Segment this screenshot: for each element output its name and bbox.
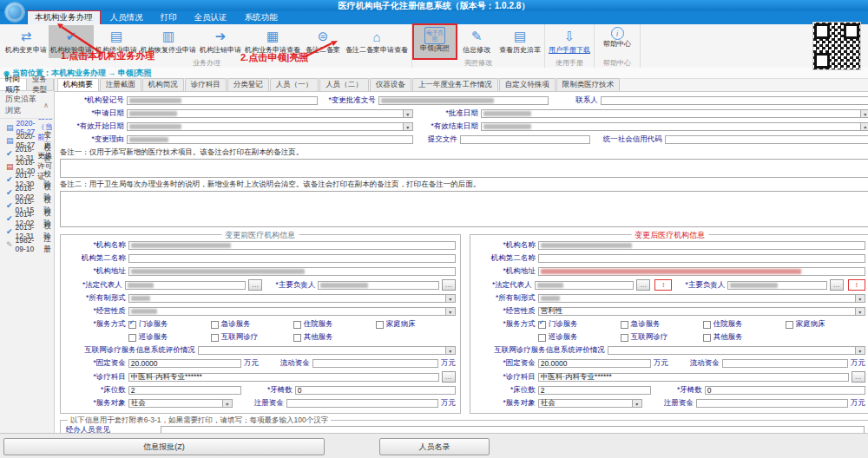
before-service-mode-checkbox[interactable]: 巡诊服务 — [128, 332, 208, 343]
collapse-chevron-icon[interactable]: ∧ — [43, 101, 49, 109]
after-clinic-subjects-picker-button[interactable]: … — [852, 371, 865, 383]
before-internet-info-combo[interactable]: ▾ — [198, 346, 456, 355]
menu-item-system[interactable]: 系统功能 — [238, 11, 285, 24]
before-fixed-fund-input[interactable]: 20.0000 — [128, 359, 241, 368]
history-item[interactable]: ✎1982-09-10注册 — [0, 238, 54, 251]
form-tab-9[interactable]: 自定义特殊项 — [499, 78, 556, 91]
after-service-mode-checkbox[interactable]: ✔门诊服务 — [538, 319, 618, 330]
before-second-name-input[interactable] — [128, 254, 456, 263]
before-service-mode-checkbox[interactable]: 互联网诊疗 — [211, 332, 291, 343]
after-second-name-input[interactable] — [538, 254, 865, 263]
chevron-down-icon[interactable]: ▾ — [855, 295, 865, 302]
before-principal-input[interactable] — [318, 281, 439, 290]
ribbon-item-change-apply[interactable]: ⇄机构变更申请 — [3, 25, 49, 58]
form-tab-0[interactable]: 机构摘要 — [57, 78, 99, 91]
chevron-down-icon[interactable]: ▾ — [855, 308, 865, 315]
note2-textarea[interactable] — [60, 191, 868, 227]
before-clinic-subjects-picker-button[interactable]: … — [442, 371, 456, 383]
ribbon-item-help-center[interactable]: i帮助中心 — [596, 25, 638, 58]
sidebar-tab-business-type[interactable]: 业务类型 — [27, 79, 54, 90]
after-service-mode-checkbox[interactable]: 其他服务 — [703, 332, 783, 343]
after-principal-change-button[interactable]: ↕ — [848, 279, 865, 291]
after-service-target-combo[interactable]: 社会▾ — [538, 399, 642, 408]
before-ownership-combo[interactable]: ▾ — [128, 294, 456, 303]
menu-item-print[interactable]: 打印 — [154, 11, 184, 24]
before-legal-rep-input[interactable] — [125, 281, 247, 290]
chevron-down-icon[interactable]: ▾ — [860, 123, 868, 130]
after-service-mode-checkbox[interactable]: 互联网诊疗 — [621, 332, 700, 343]
after-ownership-combo[interactable]: ▾ — [538, 294, 865, 303]
form-tab-8[interactable]: 上一年度业务工作情况 — [412, 78, 498, 91]
after-service-mode-checkbox[interactable]: 急诊服务 — [621, 319, 700, 330]
reg-no-input[interactable] — [127, 96, 318, 105]
form-tab-7[interactable]: 仪器设备 — [370, 78, 411, 91]
note1-textarea[interactable] — [60, 159, 868, 178]
valid-end-combo[interactable]: ▾ — [481, 122, 868, 131]
chevron-down-icon[interactable]: ▾ — [855, 347, 865, 354]
apply-date-combo[interactable]: ▾ — [127, 109, 413, 118]
after-operation-nature-combo[interactable]: 营利性▾ — [538, 307, 865, 316]
after-dental-chairs-input[interactable]: 0 — [705, 386, 865, 395]
ribbon-item-manual-download[interactable]: ⇩用户手册下载 — [547, 25, 592, 58]
menu-item-org-business[interactable]: 本机构业务办理 — [28, 11, 100, 24]
after-service-mode-checkbox[interactable]: 家庭病床 — [786, 319, 865, 330]
chevron-down-icon[interactable]: ▾ — [222, 400, 232, 407]
after-fixed-fund-input[interactable]: 20.0000 — [538, 359, 651, 368]
valid-start-combo[interactable]: ▾ — [127, 122, 413, 131]
form-tab-2[interactable]: 机构简况 — [142, 78, 184, 91]
form-tab-4[interactable]: 分类登记 — [227, 78, 269, 91]
menu-item-personnel[interactable]: 人员情况 — [103, 11, 150, 24]
before-service-mode-checkbox[interactable]: 家庭病床 — [376, 319, 456, 330]
menu-item-certification[interactable]: 全员认证 — [187, 11, 234, 24]
after-internet-info-combo[interactable]: ▾ — [608, 346, 865, 355]
ribbon-item-history-view[interactable]: ▤查看历史沿革 — [497, 25, 542, 58]
submit-file-input[interactable] — [460, 135, 590, 144]
contact-input[interactable] — [601, 96, 868, 105]
before-clinic-subjects-input[interactable]: 中医科·内科专业****** — [128, 373, 439, 382]
after-legal-rep-change-button[interactable]: ↕ — [654, 279, 672, 291]
report-info-button[interactable]: 信息报批(Z) — [3, 438, 325, 455]
chevron-down-icon[interactable]: ▾ — [632, 400, 641, 407]
before-service-mode-checkbox[interactable]: 急诊服务 — [211, 319, 291, 330]
form-tab-6[interactable]: 人员（二） — [319, 78, 369, 91]
after-name-input[interactable] — [538, 241, 865, 250]
before-current-fund-input[interactable] — [312, 359, 438, 368]
credit-code-input[interactable] — [665, 135, 868, 144]
before-name-input[interactable] — [128, 241, 456, 250]
before-operation-nature-combo[interactable]: ▾ — [128, 307, 456, 316]
before-dental-chairs-input[interactable]: 0 — [295, 386, 456, 395]
before-reg-fund-input[interactable] — [286, 399, 438, 408]
after-service-mode-checkbox[interactable]: 住院服务 — [703, 319, 783, 330]
after-current-fund-input[interactable] — [722, 359, 848, 368]
after-legal-rep-input[interactable] — [535, 281, 635, 290]
before-service-mode-checkbox[interactable]: 其他服务 — [293, 332, 373, 343]
before-address-input[interactable] — [128, 267, 456, 276]
ribbon-item-note2-filing-view[interactable]: ⌂备注二备案申请查看 — [344, 25, 410, 58]
chevron-down-icon[interactable]: ▾ — [445, 308, 455, 315]
chevron-down-icon[interactable]: ▾ — [445, 295, 455, 302]
after-principal-picker-button[interactable]: … — [830, 279, 844, 291]
chevron-down-icon[interactable]: ▾ — [445, 347, 455, 354]
personnel-roster-button[interactable]: 人员名录 — [379, 438, 490, 455]
form-tab-3[interactable]: 诊疗科目 — [185, 78, 227, 91]
ribbon-item-deregister-apply[interactable]: ➔机构注销申请 — [198, 25, 243, 58]
before-legal-rep-picker-button[interactable]: … — [248, 279, 262, 291]
after-reg-fund-input[interactable] — [696, 399, 848, 408]
after-address-input[interactable] — [538, 267, 865, 276]
after-principal-input[interactable] — [727, 281, 827, 290]
after-service-mode-checkbox[interactable]: 巡诊服务 — [538, 332, 618, 343]
before-beds-input[interactable]: 2 — [128, 386, 241, 395]
form-tab-5[interactable]: 人员（一） — [270, 78, 319, 91]
form-tab-1[interactable]: 注册截面 — [100, 78, 141, 91]
sidebar-tab-time-order[interactable]: 时间顺序 — [0, 79, 27, 90]
before-principal-picker-button[interactable]: … — [442, 279, 456, 291]
change-doc-input[interactable] — [378, 96, 549, 105]
after-legal-rep-picker-button[interactable]: … — [636, 279, 650, 291]
before-service-mode-checkbox[interactable]: 住院服务 — [293, 319, 373, 330]
before-service-mode-checkbox[interactable]: ✔门诊服务 — [128, 319, 208, 330]
before-service-target-combo[interactable]: 社会▾ — [128, 399, 233, 408]
after-beds-input[interactable]: 2 — [538, 386, 651, 395]
change-reason-input[interactable] — [127, 135, 413, 144]
form-tab-10[interactable]: 限制类医疗技术 — [556, 78, 621, 91]
ribbon-item-info-edit[interactable]: ✎信息修改 — [456, 25, 497, 58]
